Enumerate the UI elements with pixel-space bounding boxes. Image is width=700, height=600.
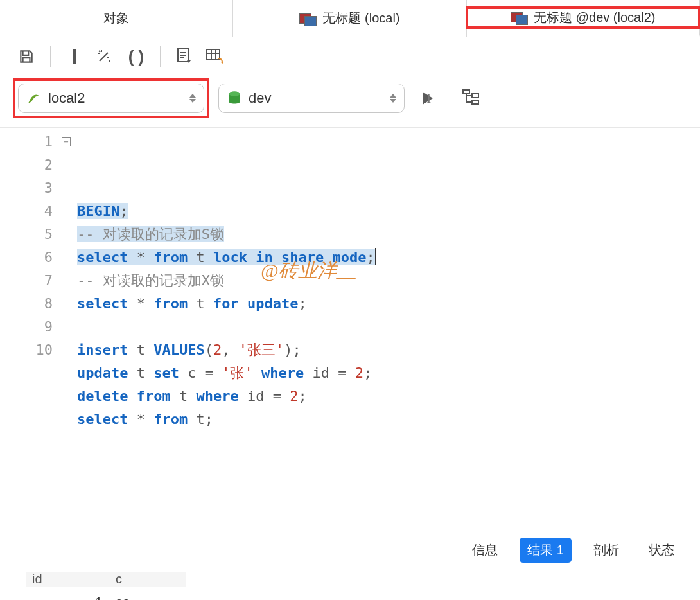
tab-label: 无标题 @dev (local2) (534, 9, 655, 26)
code-line[interactable]: update t set c = '张' where id = 2; (77, 362, 376, 385)
grid-col-c[interactable]: c (109, 572, 186, 587)
sql-editor[interactable]: 12345678910 − @砖业洋__ BEGIN;-- 对读取的记录加S锁s… (0, 127, 700, 434)
code-line[interactable]: select * from t for update; (77, 292, 376, 315)
result-tabs: 信息 结果 1 剖析 状态 (0, 534, 700, 567)
beautify-button[interactable] (92, 43, 119, 70)
connection-selector[interactable]: local2 (18, 84, 204, 113)
code-area[interactable]: @砖业洋__ BEGIN;-- 对读取的记录加S锁select * from t… (74, 128, 376, 434)
svg-rect-3 (207, 49, 220, 60)
save-button[interactable] (13, 43, 40, 70)
svg-rect-7 (472, 94, 478, 98)
editor-tabs: 对象 无标题 (local) 无标题 @dev (local2) (0, 0, 700, 37)
line-number: 3 (0, 177, 53, 200)
code-line[interactable]: select * from t; (77, 408, 376, 431)
tab-label: 无标题 (local) (322, 10, 399, 27)
database-value: dev (249, 90, 271, 107)
database-icon (227, 91, 242, 106)
separator (50, 46, 51, 67)
result-tab-status[interactable]: 状态 (641, 538, 682, 563)
line-number: 5 (0, 223, 53, 246)
hammer-icon (67, 48, 82, 65)
explain-button[interactable] (462, 89, 481, 109)
svg-rect-6 (463, 90, 469, 94)
cell-c[interactable]: aa (109, 595, 186, 601)
line-number: 8 (0, 292, 53, 315)
grid-header: id c (0, 567, 700, 590)
code-line[interactable]: BEGIN; (77, 200, 376, 223)
code-line[interactable]: -- 对读取的记录加X锁 (77, 269, 376, 292)
text-doc-icon (175, 48, 193, 66)
cursor-icon: I (426, 90, 431, 107)
line-number: 7 (0, 269, 53, 292)
build-button[interactable] (61, 43, 88, 70)
separator (160, 46, 161, 67)
fold-toggle[interactable]: − (62, 137, 71, 146)
result-tab-profile[interactable]: 剖析 (586, 538, 627, 563)
tab-objects[interactable]: 对象 (0, 0, 233, 37)
code-line[interactable] (77, 315, 376, 339)
line-number: 4 (0, 200, 53, 223)
cell-id[interactable]: 1 (26, 595, 109, 601)
code-line[interactable]: -- 对读取的记录加S锁 (77, 223, 376, 246)
query-icon (511, 11, 529, 24)
svg-rect-8 (472, 100, 478, 104)
chevron-updown-icon (390, 94, 396, 103)
code-line[interactable]: select * from t lock in share mode; (77, 246, 376, 269)
connection-icon (26, 91, 42, 106)
explain-icon (462, 89, 481, 105)
grid-export-icon (206, 48, 225, 65)
save-icon (18, 48, 35, 65)
line-number: 9 (0, 315, 53, 339)
code-line[interactable]: delete from t where id = 2; (77, 385, 376, 408)
connection-value: local2 (48, 90, 85, 107)
tab-label: 对象 (103, 10, 129, 27)
tab-untitled-dev-local2[interactable]: 无标题 @dev (local2) (467, 0, 700, 37)
editor-whitespace[interactable] (0, 434, 700, 534)
brackets-icon: ( ) (128, 47, 144, 67)
fold-column: − (62, 128, 74, 434)
svg-rect-1 (73, 55, 76, 64)
table-row[interactable]: 1aa (0, 590, 700, 600)
line-number: 2 (0, 154, 53, 177)
toolbar: ( ) (0, 37, 700, 76)
line-number: 1 (0, 130, 53, 154)
svg-point-5 (229, 92, 240, 96)
connection-row: local2 dev I (0, 76, 700, 127)
wand-icon (96, 48, 114, 65)
line-number: 10 (0, 339, 53, 362)
svg-rect-0 (73, 49, 76, 55)
chevron-updown-icon (189, 94, 196, 103)
database-selector[interactable]: dev (218, 84, 405, 113)
code-line[interactable]: insert t VALUES(2, '张三'); (77, 339, 376, 362)
connection-highlight-box: local2 (13, 78, 209, 118)
tab-untitled-local[interactable]: 无标题 (local) (233, 0, 466, 37)
code-wrap-button[interactable]: ( ) (123, 43, 150, 70)
line-gutter: 12345678910 (0, 128, 62, 434)
export-result-button[interactable] (202, 43, 229, 70)
result-tab-result1[interactable]: 结果 1 (520, 538, 572, 563)
run-current-button[interactable]: I (423, 90, 431, 107)
line-number: 6 (0, 246, 53, 269)
export-text-button[interactable] (171, 43, 198, 70)
grid-col-id[interactable]: id (26, 572, 109, 587)
result-tab-info[interactable]: 信息 (464, 538, 505, 563)
query-icon (299, 12, 317, 25)
result-grid[interactable]: id c 1aa2bb CSDN @砖业洋客 (0, 567, 700, 600)
